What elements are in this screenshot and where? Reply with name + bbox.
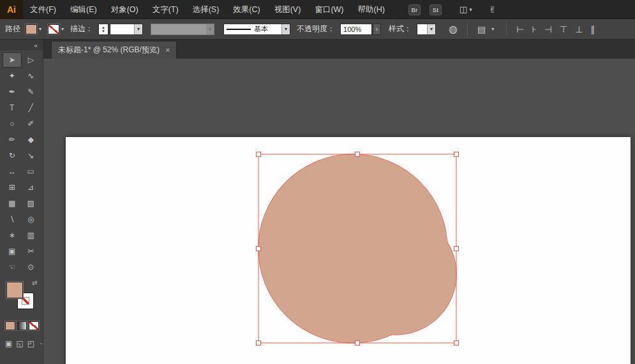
selection-handle[interactable] (355, 341, 360, 346)
column-graph-tool[interactable]: ▥ (22, 228, 41, 243)
bridge-badge[interactable]: Br (408, 4, 421, 15)
opacity-field[interactable]: 100% (340, 24, 372, 35)
scale-tool[interactable]: ↘ (22, 148, 41, 163)
stroke-weight-stepper[interactable]: ▲ ▼ (98, 24, 108, 35)
document-tab-title: 未标题-1* @ 52% (RGB/预览) (58, 45, 160, 55)
mesh-tool-icon: ▦ (8, 199, 15, 208)
tools-grid: ➤▷✦∿✒✎T╱○✐✏◆↻↘↔▭⊞⊿▦▨∖◎∗▥▣✂☜⊙ (0, 50, 43, 277)
hand-gesture-icon[interactable]: ✌ (489, 4, 497, 15)
opacity-flyout-button[interactable]: › (373, 24, 381, 35)
draw-normal-icon[interactable]: ▣ (5, 339, 12, 348)
stroke-caret-icon[interactable]: ▾ (61, 26, 64, 32)
eraser-tool[interactable]: ◆ (22, 132, 41, 147)
selection-handle[interactable] (355, 152, 360, 157)
stroke-color-swatch[interactable] (48, 24, 59, 34)
recolor-artwork-icon[interactable]: ◍ (445, 23, 461, 35)
menu-item-file[interactable]: 文件(F) (23, 0, 63, 19)
ellipse-tool[interactable]: ○ (3, 116, 22, 131)
rotate-tool[interactable]: ↻ (3, 148, 22, 163)
menu-item-type[interactable]: 文字(T) (146, 0, 186, 19)
selection-handle[interactable] (454, 341, 459, 346)
menu-item-view[interactable]: 视图(V) (267, 0, 308, 19)
gradient-tool[interactable]: ▨ (22, 196, 41, 211)
selection-handle[interactable] (257, 152, 261, 157)
style-caret-icon[interactable]: ▾ (427, 24, 435, 34)
distribute-objects-icon[interactable]: ∥ (586, 24, 599, 34)
brush-definition-combo[interactable]: 基本 ▾ (223, 24, 290, 35)
eyedropper-tool[interactable]: ∖ (3, 212, 22, 227)
draw-inside-icon[interactable]: ◰ (27, 339, 34, 348)
gradient-mode-button[interactable] (17, 321, 27, 330)
slice-tool[interactable]: ✂ (22, 244, 41, 259)
symbol-sprayer-tool[interactable]: ∗ (3, 228, 22, 243)
workspace-switcher[interactable]: ◫ ▾ (459, 4, 472, 14)
align-horizontal-right-icon[interactable]: ⊣ (541, 24, 556, 34)
menu-items: 文件(F)编辑(E)对象(O)文字(T)选择(S)效果(C)视图(V)窗口(W)… (23, 0, 392, 18)
selection-type-label: 路径 (5, 24, 20, 34)
menu-item-window[interactable]: 窗口(W) (308, 0, 350, 19)
opacity-value[interactable]: 100% (341, 25, 371, 33)
gradient-tool-icon: ▨ (27, 199, 34, 208)
type-tool[interactable]: T (3, 100, 22, 115)
collapse-panel-chevron-icon[interactable]: « (34, 41, 38, 49)
align-vertical-bottom-icon[interactable]: ⊥ (571, 24, 586, 34)
stroke-weight-combo[interactable]: ▾ (110, 24, 143, 35)
selection-tool[interactable]: ➤ (3, 52, 22, 68)
line-segment-tool[interactable]: ╱ (22, 100, 41, 115)
selection-handle[interactable] (257, 247, 261, 251)
curvature-tool[interactable]: ✎ (22, 84, 41, 99)
zoom-tool[interactable]: ⊙ (22, 259, 41, 275)
brush-caret-icon[interactable]: ▾ (281, 24, 290, 34)
graphic-style-combo[interactable]: ▾ (417, 24, 436, 35)
pencil-tool[interactable]: ✏ (3, 132, 22, 147)
align-horizontal-center-icon[interactable]: ⊦ (528, 24, 540, 34)
menu-item-help[interactable]: 帮助(H) (351, 0, 392, 19)
none-mode-button[interactable] (29, 321, 39, 330)
direct-selection-tool-icon: ▷ (28, 55, 34, 64)
stepper-down-icon[interactable]: ▼ (101, 29, 105, 33)
pen-tool[interactable]: ✒ (3, 84, 22, 99)
direct-selection-tool[interactable]: ▷ (22, 52, 41, 68)
hand-tool[interactable]: ☜ (3, 259, 22, 275)
pencil-tool-icon: ✏ (9, 135, 15, 144)
menubar: Ai 文件(F)编辑(E)对象(O)文字(T)选择(S)效果(C)视图(V)窗口… (0, 0, 635, 19)
document-tab-bar: 未标题-1* @ 52% (RGB/预览) × (43, 40, 635, 59)
selection-handle[interactable] (257, 341, 261, 346)
blob-shape[interactable] (335, 214, 456, 335)
artboard-tool[interactable]: ▣ (3, 244, 22, 259)
shape-builder-tool[interactable]: ⊞ (3, 180, 22, 195)
mesh-tool[interactable]: ▦ (3, 196, 22, 211)
selection-handle[interactable] (454, 152, 459, 157)
stock-badge[interactable]: St (430, 4, 442, 15)
perspective-grid-tool-icon: ⊿ (27, 183, 34, 192)
artboard[interactable] (66, 137, 631, 364)
menu-item-select[interactable]: 选择(S) (186, 0, 227, 19)
lasso-tool[interactable]: ∿ (22, 68, 41, 84)
menu-item-edit[interactable]: 编辑(E) (63, 0, 104, 19)
align-horizontal-left-icon[interactable]: ⊢ (512, 24, 528, 34)
document-setup-icon[interactable]: ▤ (474, 24, 489, 34)
canvas-area[interactable] (43, 59, 635, 364)
swap-fill-stroke-icon[interactable]: ⇄ (32, 279, 37, 286)
align-vertical-top-icon[interactable]: ⊤ (556, 24, 571, 34)
stroke-weight-caret-icon[interactable]: ▾ (134, 24, 142, 34)
blend-tool[interactable]: ◎ (22, 212, 41, 227)
color-mode-button[interactable] (5, 321, 15, 330)
magic-wand-tool[interactable]: ✦ (3, 68, 22, 84)
width-tool[interactable]: ↔ (3, 164, 22, 179)
free-transform-tool[interactable]: ▭ (22, 164, 41, 179)
menu-item-object[interactable]: 对象(O) (104, 0, 146, 19)
fill-indicator-swatch[interactable] (6, 282, 23, 298)
fill-caret-icon[interactable]: ▾ (39, 26, 41, 32)
fill-color-swatch[interactable] (26, 24, 37, 34)
perspective-grid-tool[interactable]: ⊿ (22, 180, 41, 195)
selection-handle[interactable] (454, 247, 459, 251)
close-icon[interactable]: × (165, 45, 170, 55)
shape-builder-tool-icon: ⊞ (9, 183, 15, 192)
fill-stroke-indicator: ⇄ (0, 279, 43, 316)
draw-behind-icon[interactable]: ◱ (16, 339, 23, 348)
paintbrush-tool[interactable]: ✐ (22, 116, 41, 131)
document-setup-caret-icon[interactable]: ▾ (491, 26, 494, 32)
menu-item-effect[interactable]: 效果(C) (226, 0, 267, 19)
document-tab[interactable]: 未标题-1* @ 52% (RGB/预览) × (51, 41, 177, 59)
